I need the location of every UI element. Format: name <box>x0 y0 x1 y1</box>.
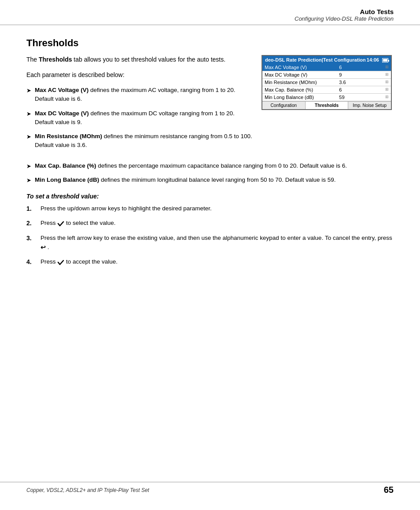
device-row-param-1: Max DC Voltage (V) <box>262 71 337 79</box>
section-heading: Thresholds <box>26 37 394 49</box>
grid-icon-3: ⊞ <box>385 87 389 92</box>
footer-left: Copper, VDSL2, ADSL2+ and IP Triple-Play… <box>26 487 149 493</box>
footer: Copper, VDSL2, ADSL2+ and IP Triple-Play… <box>0 482 420 498</box>
step-num-1: 1. <box>26 204 35 214</box>
header: Auto Tests Configuring Video-DSL Rate Pr… <box>0 0 420 25</box>
grid-icon-4: ⊞ <box>385 95 389 99</box>
device-row-3: Max Cap. Balance (%)6⊞ <box>262 86 391 94</box>
device-row-param-0: Max AC Voltage (V) <box>262 64 337 71</box>
bullet-text-5: Min Long Balance (dB) defines the minimu… <box>35 176 336 185</box>
arrow-icon-4: ➤ <box>26 162 31 171</box>
step-text-2: Press to select the value. <box>41 219 116 228</box>
bullet-label-4: Max Cap. Balance (%) <box>35 162 96 169</box>
device-row-2: Min Resistance (MOhm)3.6⊞ <box>262 79 391 86</box>
arrow-icon-3: ➤ <box>26 132 31 150</box>
step-num-3: 3. <box>26 234 35 253</box>
device-row-4: Min Long Balance (dB)59⊞ <box>262 94 391 101</box>
grid-icon-0: ⊞ <box>385 65 389 69</box>
device-row-value-2: 3.6⊞ <box>337 79 391 86</box>
device-row-value-3: 6⊞ <box>337 86 391 94</box>
intro-label: The <box>26 56 39 63</box>
page: Auto Tests Configuring Video-DSL Rate Pr… <box>0 0 420 510</box>
device-time: 14:06 <box>367 57 388 62</box>
bullet-label-5: Min Long Balance (dB) <box>35 176 99 183</box>
step-1: 1. Press the up/down arrow keys to highl… <box>26 204 394 214</box>
header-subtitle: Configuring Video-DSL Rate Prediction <box>26 15 394 22</box>
bullet-text-4: Max Cap. Balance (%) defines the percent… <box>35 161 347 171</box>
step-num-4: 4. <box>26 257 35 267</box>
device-tab-2[interactable]: Imp. Noise Setup <box>348 102 391 109</box>
bullet-label-2: Max DC Voltage (V) <box>35 110 89 117</box>
step-4: 4. Press to accept the value. <box>26 257 394 267</box>
step-3: 3. Press the left arrow key to erase the… <box>26 234 394 253</box>
step-text-1: Press the up/down arrow keys to highligh… <box>41 204 212 214</box>
device-row-value-1: 9⊞ <box>337 71 391 79</box>
bullet-list-bottom: ➤ Max Cap. Balance (%) defines the perce… <box>26 161 394 185</box>
checkmark-icon-2 <box>57 220 64 227</box>
intro-bold-text: Thresholds <box>39 56 72 63</box>
grid-icon-2: ⊞ <box>385 80 389 84</box>
device-title-text: deo-DSL Rate Prediction|Test Configurati… <box>265 57 366 62</box>
step-2: 2. Press to select the value. <box>26 219 394 228</box>
full-width-bullets: ➤ Max Cap. Balance (%) defines the perce… <box>26 161 394 185</box>
left-column: The Thresholds tab allows you to set thr… <box>26 55 253 155</box>
device-row-1: Max DC Voltage (V)9⊞ <box>262 71 391 79</box>
bullet-item-4: ➤ Max Cap. Balance (%) defines the perce… <box>26 161 394 171</box>
main-content: Thresholds The Thresholds tab allows you… <box>0 27 420 290</box>
procedure-heading: To set a threshold value: <box>26 193 394 200</box>
bullet-label-1: Max AC Voltage (V) <box>35 87 88 93</box>
bullet-label-3: Min Resistance (MOhm) <box>35 133 102 139</box>
device-tab-1[interactable]: Thresholds <box>306 102 349 109</box>
device-row-param-3: Max Cap. Balance (%) <box>262 86 337 94</box>
checkmark-icon-4 <box>57 259 64 266</box>
bullet-item-5: ➤ Min Long Balance (dB) defines the mini… <box>26 176 394 185</box>
steps-list: 1. Press the up/down arrow keys to highl… <box>26 204 394 268</box>
arrow-icon-5: ➤ <box>26 176 31 185</box>
step-text-4: Press to accept the value. <box>41 257 118 267</box>
device-row-param-2: Min Resistance (MOhm) <box>262 79 337 86</box>
bullet-item-1: ➤ Max AC Voltage (V) defines the maximum… <box>26 86 253 104</box>
bullet-list-top: ➤ Max AC Voltage (V) defines the maximum… <box>26 86 253 150</box>
device-tab-0[interactable]: Configuration <box>262 102 306 109</box>
back-arrow-icon: ↩ <box>41 243 46 253</box>
device-row-0: Max AC Voltage (V)6⊞ <box>262 64 391 71</box>
param-intro: Each parameter is described below: <box>26 70 253 80</box>
device-row-value-0: 6⊞ <box>337 64 391 71</box>
header-title: Auto Tests <box>26 8 394 15</box>
footer-page-number: 65 <box>384 485 394 495</box>
device-screenshot: deo-DSL Rate Prediction|Test Configurati… <box>262 55 392 110</box>
device-row-param-4: Min Long Balance (dB) <box>262 94 337 101</box>
two-col-layout: The Thresholds tab allows you to set thr… <box>26 55 394 155</box>
step-num-2: 2. <box>26 219 35 228</box>
step-text-3: Press the left arrow key to erase the ex… <box>41 234 394 253</box>
intro-rest: tab allows you to set threshold values f… <box>72 56 225 63</box>
bullet-text-1: Max AC Voltage (V) defines the maximum A… <box>35 86 253 104</box>
arrow-icon-2: ➤ <box>26 110 31 127</box>
device-titlebar: deo-DSL Rate Prediction|Test Configurati… <box>262 56 391 64</box>
grid-icon-1: ⊞ <box>385 72 389 77</box>
bullet-item-2: ➤ Max DC Voltage (V) defines the maximum… <box>26 109 253 127</box>
intro-paragraph: The Thresholds tab allows you to set thr… <box>26 55 253 64</box>
bullet-text-2: Max DC Voltage (V) defines the maximum D… <box>35 109 253 127</box>
arrow-icon-1: ➤ <box>26 86 31 104</box>
device-tabs: ConfigurationThresholdsImp. Noise Setup <box>262 101 391 109</box>
device-battery-icon <box>382 58 388 62</box>
device-row-value-4: 59⊞ <box>337 94 391 101</box>
bullet-text-3: Min Resistance (MOhm) defines the minimu… <box>35 132 253 150</box>
device-params-table: Max AC Voltage (V)6⊞Max DC Voltage (V)9⊞… <box>262 64 391 101</box>
bullet-item-3: ➤ Min Resistance (MOhm) defines the mini… <box>26 132 253 150</box>
right-column: deo-DSL Rate Prediction|Test Configurati… <box>262 55 394 155</box>
